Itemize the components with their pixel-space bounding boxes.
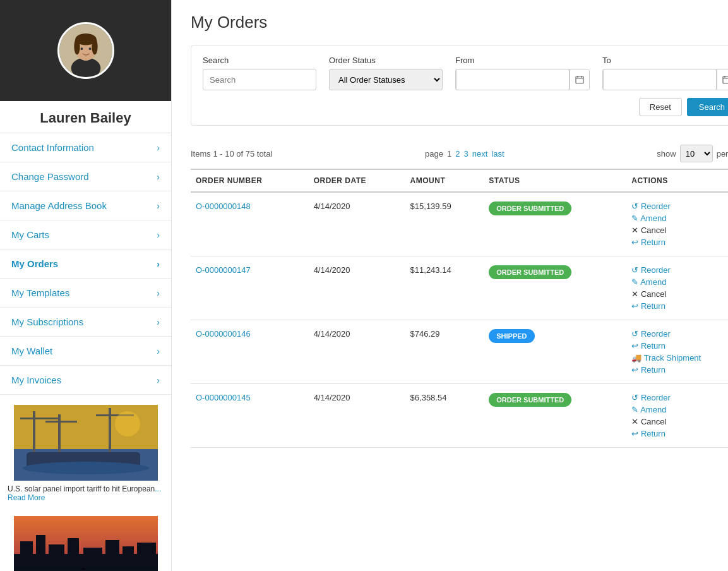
actions-cell: ↺ Reorder✎ Amend✕ Cancel↩ Return [631,393,728,438]
action-cancel-link[interactable]: ✕ Cancel [631,225,728,235]
status-badge: ORDER SUBMITTED [489,265,571,279]
sidebar-item-my-orders[interactable]: My Orders› [0,249,171,279]
col-amount: AMOUNT [405,169,484,192]
sidebar-header [0,0,171,101]
svg-rect-15 [45,421,77,423]
sidebar-item-my-invoices[interactable]: My Invoices› [0,366,171,395]
next-link[interactable]: next [472,149,488,159]
sidebar-item-my-carts[interactable]: My Carts› [0,220,171,249]
main-content: My Orders Search Order Status All Order … [172,0,728,571]
order-number-link[interactable]: O-0000000148 [196,201,251,211]
to-date-input[interactable] [603,69,717,90]
svg-rect-35 [576,76,583,83]
order-status-select[interactable]: All Order Statuses Order Submitted Shipp… [329,69,443,90]
per-page-select[interactable]: 10 25 50 100 [680,145,713,162]
chevron-right-icon: › [157,317,160,327]
svg-point-1 [71,57,100,79]
action-cancel-link[interactable]: ✕ Cancel [631,289,728,299]
cell-status: ORDER SUBMITTED [484,384,626,448]
actions-cell: ↺ Reorder↩ Return🚚 Track Shipment↩ Retur… [631,329,728,375]
chevron-right-icon: › [157,288,160,298]
page-label: page [425,149,443,159]
table-row: O-0000000147 4/14/2020 $11,243.14 ORDER … [191,256,728,320]
cell-order-date: 4/14/2020 [309,384,405,448]
actions-cell: ↺ Reorder✎ Amend✕ Cancel↩ Return [631,201,728,247]
sidebar-item-my-subscriptions[interactable]: My Subscriptions› [0,308,171,337]
from-date-input[interactable] [456,69,570,90]
svg-rect-29 [122,546,134,567]
svg-rect-30 [137,543,156,567]
col-order-date: ORDER DATE [309,169,405,192]
svg-point-20 [115,411,140,436]
nav-label: Manage Address Book [11,200,107,211]
action-return-link[interactable]: ↩ Return [631,429,728,438]
svg-point-7 [80,47,83,50]
cell-order-date: 4/14/2020 [309,256,405,320]
actions-cell: ↺ Reorder✎ Amend✕ Cancel↩ Return [631,265,728,311]
page-2-link[interactable]: 2 [455,149,460,159]
search-group: Search [203,56,316,90]
action-return-link[interactable]: ↩ Return [631,237,728,247]
action-reorder-link[interactable]: ↺ Reorder [631,265,728,275]
to-calendar-button[interactable] [717,69,728,90]
page-3-link[interactable]: 3 [464,149,468,159]
order-number-link[interactable]: O-0000000146 [196,329,251,339]
last-link[interactable]: last [491,149,504,159]
action-return-link[interactable]: ↩ Return [631,341,728,351]
action-amend-link[interactable]: ✎ Amend [631,405,728,414]
search-input[interactable] [203,69,316,90]
nav-label: My Subscriptions [11,316,83,327]
sidebar-item-contact-information[interactable]: Contact Information› [0,133,171,162]
chevron-right-icon: › [157,259,160,269]
action-return-link[interactable]: ↩ Return [631,301,728,311]
from-calendar-button[interactable] [570,69,589,90]
sidebar: Lauren Bailey Contact Information›Change… [0,0,172,571]
action-amend-link[interactable]: ✎ Amend [631,277,728,287]
calendar-icon-2 [722,75,728,84]
cell-actions: ↺ Reorder↩ Return🚚 Track Shipment↩ Retur… [626,320,728,384]
page-title: My Orders [191,13,728,32]
cell-status: ORDER SUBMITTED [484,256,626,320]
svg-point-6 [92,38,97,54]
status-badge: ORDER SUBMITTED [489,393,571,407]
table-body: O-0000000148 4/14/2020 $15,139.59 ORDER … [191,192,728,448]
action-reorder-link[interactable]: ↺ Reorder [631,393,728,402]
nav-label: My Wallet [11,346,52,356]
action-return-link[interactable]: ↩ Return [631,365,728,375]
table-row: O-0000000145 4/14/2020 $6,358.54 ORDER S… [191,384,728,448]
action-cancel-link[interactable]: ✕ Cancel [631,417,728,426]
action-reorder-link[interactable]: ↺ Reorder [631,329,728,339]
action-reorder-link[interactable]: ↺ Reorder [631,201,728,211]
news-image-1 [14,405,158,481]
sidebar-item-manage-address-book[interactable]: Manage Address Book› [0,191,171,220]
user-name: Lauren Bailey [0,101,171,133]
order-number-link[interactable]: O-0000000147 [196,265,251,275]
svg-rect-27 [83,548,102,567]
nav-label: My Orders [11,258,58,269]
reset-button[interactable]: Reset [639,98,682,116]
cell-amount: $15,139.59 [405,192,484,256]
show-label: show [657,149,676,159]
status-badge: ORDER SUBMITTED [489,201,571,215]
cell-status: ORDER SUBMITTED [484,192,626,256]
per-page-label: per page [717,149,728,159]
search-button[interactable]: Search [687,98,728,116]
news-image-2 [14,516,158,571]
action-amend-link[interactable]: ✎ Amend [631,213,728,223]
col-status: STATUS [484,169,626,192]
sidebar-item-change-password[interactable]: Change Password› [0,162,171,191]
to-date-wrap [602,69,728,90]
sidebar-item-my-wallet[interactable]: My Wallet› [0,337,171,366]
chevron-right-icon: › [157,172,160,182]
action-track-shipment-link[interactable]: 🚚 Track Shipment [631,353,728,363]
cell-order-number: O-0000000146 [191,320,309,384]
order-number-link[interactable]: O-0000000145 [196,393,251,402]
from-date-wrap [455,69,590,90]
cell-order-number: O-0000000145 [191,384,309,448]
from-label: From [455,56,590,65]
sidebar-item-my-templates[interactable]: My Templates› [0,279,171,308]
pagination-bar: Items 1 - 10 of 75 total page 1 2 3 next… [191,138,728,169]
order-status-group: Order Status All Order Statuses Order Su… [329,56,443,90]
per-page-control: show 10 25 50 100 per page [657,145,728,162]
nav-label: Contact Information [11,142,94,153]
